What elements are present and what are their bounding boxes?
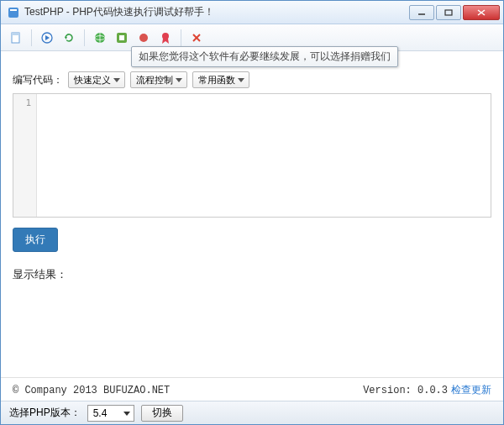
svg-point-16 <box>139 34 148 42</box>
check-update-link[interactable]: 检查更新 <box>451 383 491 397</box>
line-gutter: 1 <box>13 94 37 217</box>
svg-rect-1 <box>10 9 17 11</box>
dropdown-label: 快速定义 <box>74 74 111 87</box>
statusbar: 选择PHP版本： 5.4 切换 <box>1 401 503 424</box>
globe-icon[interactable] <box>90 28 110 48</box>
x-icon[interactable] <box>186 28 207 48</box>
version-text: Version: 0.0.3 <box>363 385 448 396</box>
maximize-button[interactable] <box>436 5 461 20</box>
svg-rect-15 <box>119 35 124 40</box>
line-number: 1 <box>13 97 31 108</box>
dropdown-common-functions[interactable]: 常用函数 <box>192 71 249 88</box>
svg-point-17 <box>162 33 169 39</box>
tooltip: 如果您觉得这个软件有必要继续发展，可以选择捐赠我们 <box>131 46 398 67</box>
copyright-text: © Company 2013 BUFUZAO.NET <box>13 385 170 396</box>
minimize-button[interactable] <box>409 5 434 20</box>
titlebar: TestPHP - PHP代码快速执行调试好帮手！ <box>1 1 503 24</box>
run-button-label: 执行 <box>25 233 45 245</box>
app-tile-icon[interactable] <box>112 28 132 48</box>
svg-rect-3 <box>445 10 452 15</box>
svg-marker-9 <box>45 35 50 40</box>
result-area <box>13 287 491 372</box>
record-icon[interactable] <box>134 28 154 48</box>
app-icon <box>8 7 19 18</box>
separator <box>31 29 32 46</box>
php-version-label: 选择PHP版本： <box>9 406 81 420</box>
separator <box>181 29 181 46</box>
ribbon-icon[interactable] <box>155 28 176 48</box>
editor-label: 编写代码： <box>13 73 63 87</box>
dropdown-label: 常用函数 <box>198 74 235 87</box>
new-file-icon[interactable] <box>6 28 26 48</box>
result-label: 显示结果： <box>13 267 491 282</box>
php-version-select[interactable]: 5.4 <box>87 405 134 422</box>
window-controls <box>407 5 500 20</box>
play-icon[interactable] <box>37 28 57 48</box>
svg-rect-0 <box>8 8 18 18</box>
svg-rect-7 <box>12 33 19 35</box>
content-area: 编写代码： 快速定义 流程控制 常用函数 1 执行 显示结果： <box>1 51 503 377</box>
code-editor[interactable]: 1 <box>13 93 491 218</box>
footer: © Company 2013 BUFUZAO.NET Version: 0.0.… <box>1 377 503 401</box>
refresh-icon[interactable] <box>59 28 79 48</box>
editor-header-row: 编写代码： 快速定义 流程控制 常用函数 <box>13 71 491 88</box>
switch-button-label: 切换 <box>152 406 172 420</box>
run-button[interactable]: 执行 <box>13 228 58 252</box>
dropdown-flow-control[interactable]: 流程控制 <box>130 71 187 88</box>
code-textarea[interactable] <box>37 94 491 217</box>
separator <box>84 29 85 46</box>
switch-button[interactable]: 切换 <box>141 405 183 422</box>
svg-marker-10 <box>65 37 67 39</box>
close-button[interactable] <box>463 5 500 20</box>
app-window: TestPHP - PHP代码快速执行调试好帮手！ <box>0 0 504 425</box>
dropdown-quick-define[interactable]: 快速定义 <box>68 71 125 88</box>
window-title: TestPHP - PHP代码快速执行调试好帮手！ <box>24 5 407 19</box>
php-version-value: 5.4 <box>93 407 108 419</box>
toolbar: 如果您觉得这个软件有必要继续发展，可以选择捐赠我们 <box>1 24 503 51</box>
dropdown-label: 流程控制 <box>136 74 173 87</box>
